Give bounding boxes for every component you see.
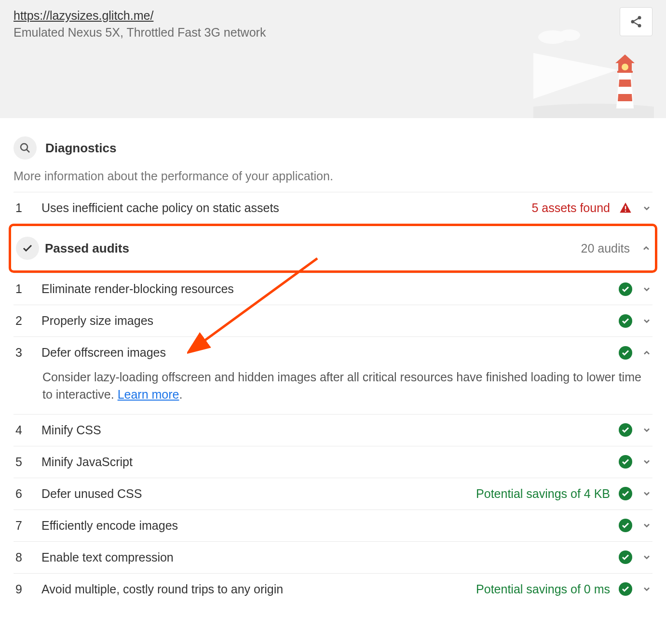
svg-line-15 bbox=[27, 149, 29, 152]
audit-title: Avoid multiple, costly round trips to an… bbox=[41, 582, 476, 596]
chevron-down-icon bbox=[641, 316, 652, 326]
audit-number: 6 bbox=[14, 487, 41, 501]
audit-title: Properly size images bbox=[41, 314, 619, 328]
audit-title: Minify JavaScript bbox=[41, 455, 619, 469]
audit-number: 7 bbox=[14, 519, 41, 533]
passed-audits-count: 20 audits bbox=[581, 242, 630, 255]
pass-check-icon bbox=[619, 519, 632, 532]
pass-check-icon bbox=[619, 582, 632, 596]
audit-number: 1 bbox=[14, 201, 41, 215]
audit-row[interactable]: 1Eliminate render-blocking resources bbox=[14, 273, 652, 305]
chevron-down-icon bbox=[641, 425, 652, 435]
svg-point-6 bbox=[533, 104, 654, 118]
audit-row[interactable]: 7Efficiently encode images bbox=[14, 510, 652, 541]
search-icon bbox=[14, 136, 37, 160]
audit-row[interactable]: 6Defer unused CSSPotential savings of 4 … bbox=[14, 478, 652, 510]
audit-title: Efficiently encode images bbox=[41, 519, 619, 533]
chevron-up-icon bbox=[640, 243, 652, 253]
chevron-up-icon bbox=[641, 348, 652, 358]
audit-description: Consider lazy-loading offscreen and hidd… bbox=[14, 368, 652, 415]
svg-point-14 bbox=[21, 144, 27, 150]
audit-summary: Potential savings of 0 ms bbox=[476, 582, 610, 596]
pass-check-icon bbox=[619, 423, 632, 437]
passed-audits-toggle[interactable]: Passed audits 20 audits bbox=[14, 226, 652, 270]
report-url-link[interactable]: https://lazysizes.glitch.me/ bbox=[14, 9, 153, 23]
chevron-down-icon bbox=[641, 203, 652, 213]
audit-row-failed[interactable]: 1 Uses inefficient cache policy on stati… bbox=[14, 192, 652, 224]
audit-title: Minify CSS bbox=[41, 423, 619, 437]
audit-row[interactable]: 9Avoid multiple, costly round trips to a… bbox=[14, 573, 652, 605]
svg-marker-12 bbox=[615, 54, 635, 63]
chevron-down-icon bbox=[641, 584, 652, 594]
diagnostics-title: Diagnostics bbox=[45, 141, 116, 156]
diagnostics-description: More information about the performance o… bbox=[14, 166, 652, 192]
audit-number: 9 bbox=[14, 582, 41, 596]
lighthouse-logo bbox=[533, 27, 654, 118]
check-icon bbox=[16, 237, 39, 260]
pass-check-icon bbox=[619, 282, 632, 296]
pass-check-icon bbox=[619, 314, 632, 328]
svg-rect-13 bbox=[617, 71, 633, 73]
passed-audits-title: Passed audits bbox=[45, 241, 581, 256]
audit-title: Defer unused CSS bbox=[41, 487, 476, 501]
audit-title: Eliminate render-blocking resources bbox=[41, 282, 619, 296]
audit-title: Uses inefficient cache policy on static … bbox=[41, 201, 531, 215]
pass-check-icon bbox=[619, 346, 632, 360]
svg-point-11 bbox=[622, 64, 628, 70]
chevron-down-icon bbox=[641, 489, 652, 498]
warning-icon bbox=[619, 201, 632, 215]
chevron-down-icon bbox=[641, 552, 652, 562]
svg-marker-8 bbox=[618, 94, 632, 101]
audit-row[interactable]: 2Properly size images bbox=[14, 305, 652, 336]
audit-number: 2 bbox=[14, 314, 41, 328]
audit-row[interactable]: 8Enable text compression bbox=[14, 541, 652, 573]
svg-point-4 bbox=[559, 29, 580, 41]
svg-point-1 bbox=[631, 20, 635, 24]
passed-audits-list: 1Eliminate render-blocking resources2Pro… bbox=[14, 273, 652, 605]
audit-row[interactable]: 4Minify CSS bbox=[14, 414, 652, 446]
svg-rect-16 bbox=[625, 206, 626, 209]
report-header: https://lazysizes.glitch.me/ Emulated Ne… bbox=[0, 0, 666, 118]
pass-check-icon bbox=[619, 487, 632, 500]
pass-check-icon bbox=[619, 550, 632, 564]
audit-summary: Potential savings of 4 KB bbox=[476, 487, 610, 501]
chevron-down-icon bbox=[641, 457, 652, 467]
audit-number: 3 bbox=[14, 346, 41, 360]
audit-row[interactable]: 5Minify JavaScript bbox=[14, 446, 652, 478]
chevron-down-icon bbox=[641, 521, 652, 530]
audit-row[interactable]: 3Defer offscreen images bbox=[14, 336, 652, 368]
chevron-down-icon bbox=[641, 284, 652, 294]
svg-marker-9 bbox=[619, 80, 631, 87]
svg-rect-17 bbox=[625, 210, 626, 211]
learn-more-link[interactable]: Learn more bbox=[118, 388, 179, 401]
svg-marker-5 bbox=[533, 53, 618, 99]
diagnostics-header: Diagnostics bbox=[14, 128, 652, 166]
pass-check-icon bbox=[619, 455, 632, 469]
audit-number: 1 bbox=[14, 282, 41, 296]
audit-title: Defer offscreen images bbox=[41, 346, 619, 360]
audit-summary: 5 assets found bbox=[531, 201, 610, 215]
audit-number: 4 bbox=[14, 423, 41, 437]
audit-number: 5 bbox=[14, 455, 41, 469]
audit-title: Enable text compression bbox=[41, 550, 619, 564]
svg-marker-7 bbox=[616, 70, 634, 108]
audit-number: 8 bbox=[14, 550, 41, 564]
passed-audits-highlight: Passed audits 20 audits bbox=[9, 224, 657, 273]
